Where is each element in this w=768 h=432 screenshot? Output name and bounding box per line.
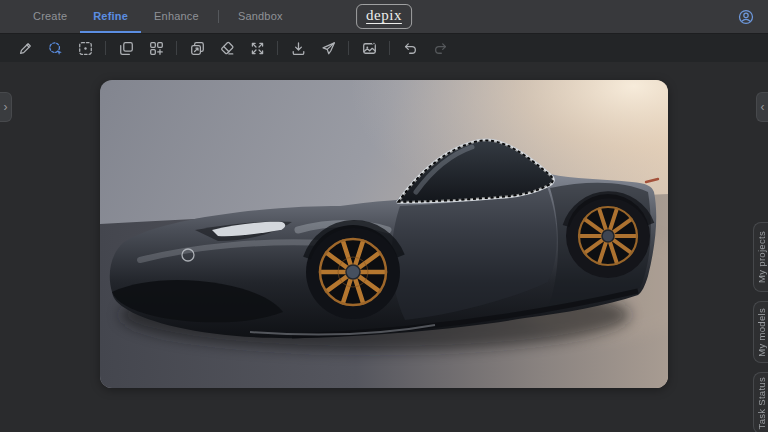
generate-image-button[interactable] <box>354 36 384 60</box>
pen-icon <box>17 40 34 57</box>
tab-task-status-label: Task Status <box>756 377 767 429</box>
duplicate-button[interactable] <box>111 36 141 60</box>
download-button[interactable] <box>283 36 313 60</box>
depix-app: Create Refine Enhance Sandbox depix <box>0 0 768 432</box>
tab-my-projects-label: My projects <box>756 231 767 283</box>
components-icon <box>148 40 165 57</box>
toolbar <box>0 34 768 62</box>
tab-task-status[interactable]: Task Status <box>753 372 768 432</box>
expand-button[interactable] <box>242 36 272 60</box>
smart-select-tool-button[interactable] <box>40 36 70 60</box>
eraser-button[interactable] <box>212 36 242 60</box>
redo-icon <box>432 40 449 57</box>
chevron-left-icon: ‹ <box>761 101 765 113</box>
tab-my-projects[interactable]: My projects <box>753 222 768 292</box>
user-avatar-button[interactable] <box>737 8 755 26</box>
eraser-icon <box>219 40 236 57</box>
toolbar-divider <box>277 41 278 55</box>
swap-image-button[interactable] <box>182 36 212 60</box>
nav-tabs: Create Refine Enhance Sandbox <box>0 0 296 33</box>
marquee-select-icon <box>77 40 94 57</box>
smart-select-icon <box>47 40 64 57</box>
toolbar-divider <box>176 41 177 55</box>
toolbar-divider <box>348 41 349 55</box>
depix-logo: depix <box>356 4 412 29</box>
tab-my-models[interactable]: My models <box>753 301 768 363</box>
generate-image-icon <box>361 40 378 57</box>
tab-create[interactable]: Create <box>20 0 80 33</box>
left-panel-toggle[interactable]: › <box>0 92 12 122</box>
redo-button[interactable] <box>425 36 455 60</box>
download-icon <box>290 40 307 57</box>
workspace: › ‹ <box>0 62 768 432</box>
chevron-right-icon: › <box>4 101 8 113</box>
swap-image-icon <box>189 40 206 57</box>
duplicate-icon <box>118 40 135 57</box>
marquee-select-tool-button[interactable] <box>70 36 100 60</box>
user-avatar-icon <box>737 8 755 26</box>
expand-icon <box>249 40 266 57</box>
pen-tool-button[interactable] <box>10 36 40 60</box>
right-panel-toggle[interactable]: ‹ <box>756 92 768 122</box>
tab-enhance[interactable]: Enhance <box>141 0 212 33</box>
toolbar-divider <box>389 41 390 55</box>
right-side-tabs: My projects My models Task Status <box>753 222 768 432</box>
tab-my-models-label: My models <box>756 308 767 357</box>
send-button[interactable] <box>313 36 343 60</box>
toolbar-divider <box>105 41 106 55</box>
car-scene <box>100 80 668 388</box>
send-icon <box>320 40 337 57</box>
undo-button[interactable] <box>395 36 425 60</box>
components-button[interactable] <box>141 36 171 60</box>
tab-sandbox[interactable]: Sandbox <box>225 0 296 33</box>
logo-text: depix <box>366 7 402 23</box>
canvas-image[interactable] <box>100 80 668 388</box>
nav-divider <box>218 10 219 23</box>
undo-icon <box>402 40 419 57</box>
tab-refine[interactable]: Refine <box>80 0 141 33</box>
top-nav: Create Refine Enhance Sandbox depix <box>0 0 768 34</box>
